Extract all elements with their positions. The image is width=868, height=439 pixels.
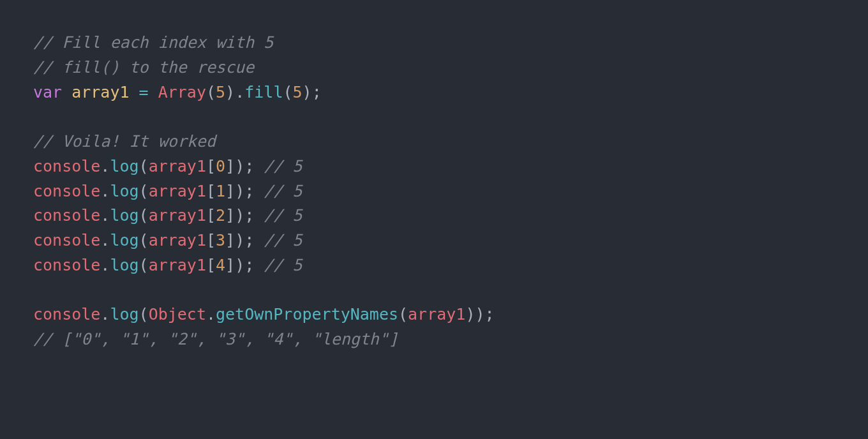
code-line: console.log(Object.getOwnPropertyNames(a…	[33, 302, 835, 327]
code-line: console.log(array1[0]); // 5	[33, 154, 835, 179]
punct: ;	[244, 157, 254, 175]
code-line: var array1 = Array(5).fill(5);	[33, 80, 835, 105]
punct: [	[206, 256, 216, 274]
comment-text: // ["0", "1", "2", "3", "4", "length"]	[33, 330, 398, 348]
trailing-comment: // 5	[254, 182, 302, 200]
var-ref: array1	[149, 256, 206, 274]
code-block: // Fill each index with 5// fill() to th…	[0, 0, 868, 383]
number: 5	[293, 83, 303, 101]
code-line: console.log(array1[2]); // 5	[33, 204, 835, 228]
code-line: // fill() to the rescue	[33, 56, 835, 80]
var-ref: array1	[149, 157, 206, 175]
number: 1	[216, 182, 225, 200]
object-ref: console	[33, 206, 100, 225]
comment-text: // Voila! It worked	[33, 132, 216, 151]
punct: ;	[244, 231, 254, 249]
number: 2	[216, 206, 225, 225]
punct: ]	[225, 206, 235, 225]
punct: [	[206, 231, 216, 249]
punct: .	[100, 157, 110, 175]
method-name: log	[110, 231, 138, 249]
punct: ;	[312, 83, 322, 101]
punct: (	[283, 83, 292, 101]
code-line: console.log(array1[4]); // 5	[33, 253, 835, 278]
punct: (	[139, 305, 149, 324]
comment-text: // Fill each index with 5	[33, 33, 273, 52]
number: 3	[216, 231, 225, 249]
punct: )	[475, 305, 484, 324]
punct: )	[235, 256, 244, 274]
var-ref: array1	[149, 182, 206, 200]
code-line	[33, 278, 835, 303]
punct: ]	[225, 182, 235, 200]
identifier: array1	[71, 83, 129, 101]
code-line: console.log(array1[3]); // 5	[33, 228, 835, 253]
trailing-comment: // 5	[254, 256, 302, 274]
punct: .	[100, 206, 110, 225]
punct: (	[139, 256, 149, 274]
code-line: // Fill each index with 5	[33, 31, 835, 56]
punct: )	[235, 231, 244, 249]
method-name: log	[110, 305, 138, 324]
method-name: log	[110, 256, 138, 274]
punct: ]	[225, 231, 235, 249]
punct: (	[206, 83, 216, 101]
punct: (	[398, 305, 408, 324]
code-line: console.log(array1[1]); // 5	[33, 179, 835, 204]
comment-text: // fill() to the rescue	[33, 58, 254, 77]
punct: ;	[244, 182, 254, 200]
punct: ]	[225, 157, 235, 175]
object-ref: console	[33, 305, 100, 324]
keyword: var	[33, 83, 62, 101]
punct: ;	[244, 206, 254, 225]
var-ref: array1	[149, 231, 206, 249]
punct: .	[100, 182, 110, 200]
method-name: fill	[244, 83, 283, 101]
punct: (	[139, 231, 149, 249]
number: 0	[216, 157, 225, 175]
punct: .	[100, 305, 110, 324]
class-name: Array	[158, 83, 206, 101]
punct: )	[235, 182, 244, 200]
class-name: Object	[149, 305, 206, 324]
punct: (	[139, 182, 149, 200]
punct: ;	[244, 256, 254, 274]
method-name: getOwnPropertyNames	[216, 305, 398, 324]
object-ref: console	[33, 256, 100, 274]
punct: ]	[225, 256, 235, 274]
var-ref: array1	[408, 305, 465, 324]
object-ref: console	[33, 231, 100, 249]
punct: [	[206, 206, 216, 225]
var-ref: array1	[149, 206, 206, 225]
code-line: // Voila! It worked	[33, 130, 835, 154]
punct: )	[465, 305, 475, 324]
punct: .	[206, 305, 216, 324]
trailing-comment: // 5	[254, 206, 302, 225]
punct: ;	[485, 305, 495, 324]
code-line: // ["0", "1", "2", "3", "4", "length"]	[33, 327, 835, 352]
number: 5	[216, 83, 225, 101]
object-ref: console	[33, 157, 100, 175]
object-ref: console	[33, 182, 100, 200]
method-name: log	[110, 157, 138, 175]
punct: (	[139, 206, 149, 225]
punct: )	[225, 83, 235, 101]
punct: .	[100, 256, 110, 274]
method-name: log	[110, 206, 138, 225]
trailing-comment: // 5	[254, 231, 302, 249]
punct: [	[206, 182, 216, 200]
number: 4	[216, 256, 225, 274]
operator: =	[139, 83, 149, 101]
punct: )	[235, 206, 244, 225]
punct: .	[100, 231, 110, 249]
punct: [	[206, 157, 216, 175]
punct: )	[303, 83, 312, 101]
punct: )	[235, 157, 244, 175]
punct: (	[139, 157, 149, 175]
trailing-comment: // 5	[254, 157, 302, 175]
code-line	[33, 105, 835, 130]
method-name: log	[110, 182, 138, 200]
punct: .	[235, 83, 244, 101]
